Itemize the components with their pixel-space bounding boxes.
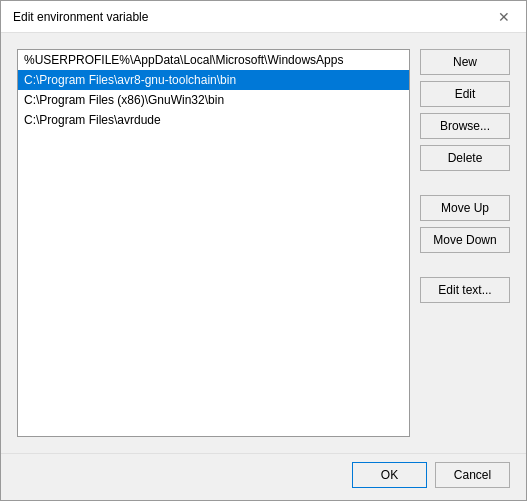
list-item[interactable]: C:\Program Files\avr8-gnu-toolchain\bin [18,70,409,90]
buttons-panel: New Edit Browse... Delete Move Up Move D… [420,49,510,437]
dialog-footer: OK Cancel [1,453,526,500]
spacer2 [420,259,510,271]
close-button[interactable]: ✕ [494,7,514,27]
list-item[interactable]: C:\Program Files\avrdude [18,110,409,130]
browse-button[interactable]: Browse... [420,113,510,139]
move-up-button[interactable]: Move Up [420,195,510,221]
move-down-button[interactable]: Move Down [420,227,510,253]
title-bar: Edit environment variable ✕ [1,1,526,33]
env-variable-list[interactable]: %USERPROFILE%\AppData\Local\Microsoft\Wi… [17,49,410,437]
spacer1 [420,177,510,189]
list-item[interactable]: %USERPROFILE%\AppData\Local\Microsoft\Wi… [18,50,409,70]
cancel-button[interactable]: Cancel [435,462,510,488]
list-item[interactable]: C:\Program Files (x86)\GnuWin32\bin [18,90,409,110]
edit-text-button[interactable]: Edit text... [420,277,510,303]
new-button[interactable]: New [420,49,510,75]
edit-env-variable-dialog: Edit environment variable ✕ %USERPROFILE… [0,0,527,501]
dialog-title: Edit environment variable [13,10,148,24]
delete-button[interactable]: Delete [420,145,510,171]
edit-button[interactable]: Edit [420,81,510,107]
dialog-body: %USERPROFILE%\AppData\Local\Microsoft\Wi… [1,33,526,453]
ok-button[interactable]: OK [352,462,427,488]
